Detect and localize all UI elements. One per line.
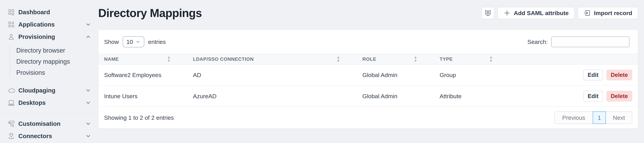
table-row: Intune Users AzureAD Global Admin Attrib… <box>98 86 638 107</box>
cell-actions: Edit Delete <box>510 91 638 101</box>
plug-icon <box>7 132 16 140</box>
app-layout: Dashboard Applications Provisioning <box>0 0 644 143</box>
page-size-value: 10 <box>126 39 133 45</box>
sidebar-item-label: Connectors <box>18 132 52 139</box>
page-header: Directory Mappings <box>98 0 638 26</box>
show-label: Show <box>104 39 119 45</box>
table-controls: Show 10 entries Search: <box>98 30 638 54</box>
cell-connection: AD <box>187 72 357 78</box>
cell-type: Attribute <box>434 93 510 100</box>
cell-actions: Edit Delete <box>510 70 638 80</box>
column-header-name[interactable]: NAME <box>98 56 187 62</box>
import-icon <box>584 9 591 17</box>
button-label: Add SAML attribute <box>514 10 569 17</box>
directory-mappings-card: Show 10 entries Search: NAME L <box>98 30 638 128</box>
cell-role: Global Admin <box>357 72 434 78</box>
sidebar-item-customisation[interactable]: Customisation <box>0 117 98 130</box>
docs-book-button[interactable] <box>482 7 494 19</box>
pagination: Previous 1 Next <box>554 111 632 124</box>
laptop-icon <box>7 98 16 107</box>
sidebar-item-cloudpaging[interactable]: Cloudpaging <box>0 84 98 96</box>
delete-button[interactable]: Delete <box>606 70 632 80</box>
entries-summary: Showing 1 to 2 of 2 entries <box>104 114 174 121</box>
delete-button[interactable]: Delete <box>606 91 632 101</box>
cloud-icon <box>7 86 16 95</box>
edit-button[interactable]: Edit <box>583 70 603 80</box>
sidebar-item-label: Provisioning <box>18 33 55 40</box>
search-label: Search: <box>528 39 548 45</box>
chevron-up-icon <box>85 34 91 40</box>
chevron-down-icon <box>85 121 91 127</box>
sort-icon <box>167 56 171 62</box>
sidebar-item-label: Customisation <box>18 120 60 127</box>
applications-icon <box>7 20 16 29</box>
pagination-next-button[interactable]: Next <box>606 112 632 123</box>
entries-label: entries <box>148 39 166 45</box>
cell-role: Global Admin <box>357 93 434 100</box>
main-content: Directory Mappings <box>98 0 644 143</box>
chevron-down-icon <box>136 39 140 44</box>
page-title: Directory Mappings <box>98 7 202 20</box>
sidebar-item-connectors[interactable]: Connectors <box>0 130 98 142</box>
cell-connection: AzureAD <box>187 93 357 100</box>
user-icon <box>7 33 16 41</box>
sidebar-item-label: Applications <box>18 21 55 28</box>
sidebar-item-label: Cloudpaging <box>18 87 56 94</box>
sidebar-item-applications[interactable]: Applications <box>0 18 98 31</box>
search-input[interactable] <box>551 37 630 47</box>
header-actions: Add SAML attribute Import record <box>482 7 638 19</box>
sidebar-item-dashboard[interactable]: Dashboard <box>0 6 98 18</box>
sidebar-item-provisions[interactable]: Provisions <box>0 67 98 78</box>
cell-type: Group <box>434 72 510 78</box>
cell-name: Software2 Employees <box>98 72 187 78</box>
pagination-page-1-button[interactable]: 1 <box>593 111 606 124</box>
dashboard-icon <box>7 8 16 17</box>
table-row: Software2 Employees AD Global Admin Grou… <box>98 65 638 86</box>
cell-name: Intune Users <box>98 93 187 100</box>
chevron-down-icon <box>85 21 91 28</box>
provisioning-submenu: Directory browser Directory mappings Pro… <box>0 45 98 78</box>
table-footer: Showing 1 to 2 of 2 entries Previous 1 N… <box>98 107 638 128</box>
sidebar: Dashboard Applications Provisioning <box>0 0 98 143</box>
edit-button[interactable]: Edit <box>583 91 603 101</box>
sidebar-item-label: Desktops <box>18 99 46 106</box>
sort-icon <box>336 56 340 62</box>
page-size-select[interactable]: 10 <box>123 36 144 47</box>
sub-item-label: Directory browser <box>16 47 65 54</box>
sub-item-label: Provisions <box>16 69 45 76</box>
pagination-previous-button[interactable]: Previous <box>554 112 593 123</box>
column-header-connection[interactable]: LDAP/SSO CONNECTION <box>187 56 357 62</box>
sidebar-item-provisioning[interactable]: Provisioning <box>0 31 98 43</box>
add-saml-attribute-button[interactable]: Add SAML attribute <box>498 7 574 19</box>
sort-icon <box>414 56 418 62</box>
sidebar-item-label: Dashboard <box>18 9 50 16</box>
chevron-down-icon <box>85 100 91 106</box>
sidebar-item-directory-browser[interactable]: Directory browser <box>0 45 98 56</box>
chevron-down-icon <box>85 133 91 139</box>
chevron-down-icon <box>85 87 91 94</box>
import-record-button[interactable]: Import record <box>578 7 638 19</box>
sidebar-divider <box>0 113 98 113</box>
column-header-role[interactable]: ROLE <box>357 56 434 62</box>
plus-icon <box>503 9 511 17</box>
table-header: NAME LDAP/SSO CONNECTION ROLE <box>98 54 638 65</box>
sub-item-label: Directory mappings <box>16 58 70 65</box>
sidebar-item-desktops[interactable]: Desktops <box>0 96 98 109</box>
column-header-type[interactable]: TYPE <box>434 56 510 62</box>
open-book-icon <box>484 9 492 17</box>
sort-icon <box>489 56 493 62</box>
sidebar-item-directory-mappings[interactable]: Directory mappings <box>0 56 98 67</box>
button-label: Import record <box>594 10 632 17</box>
paint-roller-icon <box>7 119 16 128</box>
